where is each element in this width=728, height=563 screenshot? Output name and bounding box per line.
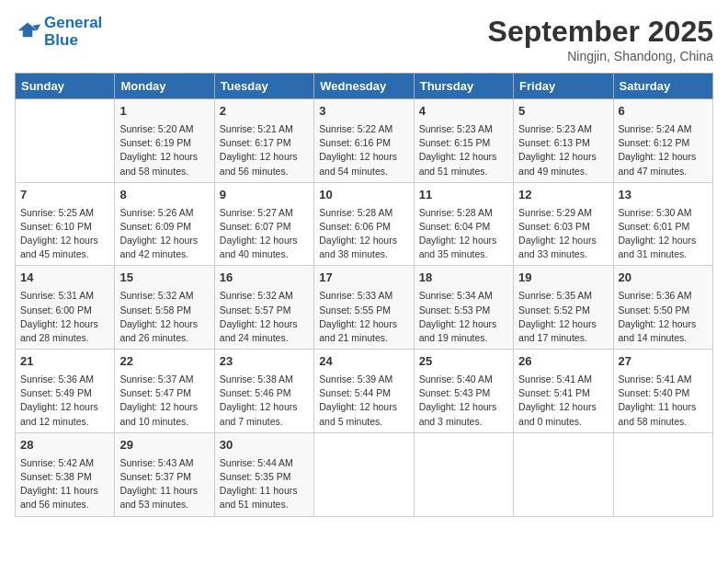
calendar-cell: 12Sunrise: 5:29 AMSunset: 6:03 PMDayligh… — [514, 182, 613, 266]
day-number: 7 — [20, 187, 109, 204]
calendar-cell: 26Sunrise: 5:41 AMSunset: 5:41 PMDayligh… — [514, 350, 613, 433]
day-number: 28 — [20, 437, 109, 454]
calendar-cell: 19Sunrise: 5:35 AMSunset: 5:52 PMDayligh… — [514, 266, 613, 350]
location: Ningjin, Shandong, China — [488, 49, 713, 63]
day-info: Sunrise: 5:36 AMSunset: 5:50 PMDaylight:… — [619, 289, 708, 345]
calendar-cell: 25Sunrise: 5:40 AMSunset: 5:43 PMDayligh… — [414, 350, 513, 433]
day-number: 3 — [319, 103, 408, 121]
page-header: General Blue September 2025 Ningjin, Sha… — [15, 15, 713, 63]
day-info: Sunrise: 5:31 AMSunset: 6:00 PMDaylight:… — [20, 289, 109, 345]
day-info: Sunrise: 5:38 AMSunset: 5:46 PMDaylight:… — [220, 373, 309, 429]
day-info: Sunrise: 5:34 AMSunset: 5:53 PMDaylight:… — [419, 289, 508, 345]
day-number: 6 — [619, 103, 708, 121]
day-number: 22 — [119, 353, 209, 371]
logo-text-line1: General — [44, 15, 102, 32]
weekday-header-monday: Monday — [115, 74, 214, 99]
calendar-cell: 4Sunrise: 5:23 AMSunset: 6:15 PMDaylight… — [414, 99, 513, 183]
weekday-header-saturday: Saturday — [613, 74, 712, 99]
calendar-cell: 16Sunrise: 5:32 AMSunset: 5:57 PMDayligh… — [214, 266, 313, 350]
calendar-cell: 13Sunrise: 5:30 AMSunset: 6:01 PMDayligh… — [613, 182, 712, 266]
day-info: Sunrise: 5:43 AMSunset: 5:37 PMDaylight:… — [119, 456, 209, 512]
day-number: 26 — [518, 353, 608, 371]
title-block: September 2025 Ningjin, Shandong, China — [488, 15, 713, 63]
day-number: 12 — [518, 187, 608, 204]
day-number: 20 — [619, 270, 708, 287]
day-number: 16 — [220, 270, 309, 287]
day-number: 24 — [319, 353, 408, 371]
day-number: 4 — [419, 103, 508, 121]
day-info: Sunrise: 5:35 AMSunset: 5:52 PMDaylight:… — [518, 289, 608, 345]
calendar-week-row: 1Sunrise: 5:20 AMSunset: 6:19 PMDaylight… — [16, 99, 713, 183]
day-number: 1 — [119, 103, 209, 121]
day-info: Sunrise: 5:23 AMSunset: 6:13 PMDaylight:… — [518, 122, 608, 178]
day-info: Sunrise: 5:39 AMSunset: 5:44 PMDaylight:… — [319, 373, 408, 429]
day-info: Sunrise: 5:22 AMSunset: 6:16 PMDaylight:… — [319, 122, 408, 178]
calendar-cell: 2Sunrise: 5:21 AMSunset: 6:17 PMDaylight… — [214, 99, 313, 183]
calendar-cell: 14Sunrise: 5:31 AMSunset: 6:00 PMDayligh… — [16, 266, 115, 350]
day-info: Sunrise: 5:21 AMSunset: 6:17 PMDaylight:… — [220, 122, 309, 178]
day-number: 15 — [119, 270, 209, 287]
calendar-cell: 23Sunrise: 5:38 AMSunset: 5:46 PMDayligh… — [214, 350, 313, 433]
calendar-week-row: 14Sunrise: 5:31 AMSunset: 6:00 PMDayligh… — [16, 266, 713, 350]
day-info: Sunrise: 5:26 AMSunset: 6:09 PMDaylight:… — [119, 206, 209, 262]
calendar-week-row: 7Sunrise: 5:25 AMSunset: 6:10 PMDaylight… — [16, 182, 713, 266]
day-number: 17 — [319, 270, 408, 287]
weekday-header-wednesday: Wednesday — [314, 74, 414, 99]
calendar-cell: 20Sunrise: 5:36 AMSunset: 5:50 PMDayligh… — [613, 266, 712, 350]
day-number: 2 — [220, 103, 309, 121]
calendar-cell: 22Sunrise: 5:37 AMSunset: 5:47 PMDayligh… — [115, 350, 214, 433]
day-number: 25 — [419, 353, 508, 371]
day-info: Sunrise: 5:33 AMSunset: 5:55 PMDaylight:… — [319, 289, 408, 345]
calendar-cell: 1Sunrise: 5:20 AMSunset: 6:19 PMDaylight… — [115, 99, 214, 183]
day-number: 11 — [419, 187, 508, 204]
calendar-table: SundayMondayTuesdayWednesdayThursdayFrid… — [15, 73, 713, 517]
calendar-cell: 29Sunrise: 5:43 AMSunset: 5:37 PMDayligh… — [115, 432, 214, 516]
day-info: Sunrise: 5:42 AMSunset: 5:38 PMDaylight:… — [20, 456, 109, 512]
calendar-cell: 24Sunrise: 5:39 AMSunset: 5:44 PMDayligh… — [314, 350, 414, 433]
day-info: Sunrise: 5:28 AMSunset: 6:06 PMDaylight:… — [319, 206, 408, 262]
month-title: September 2025 — [488, 15, 713, 49]
day-info: Sunrise: 5:28 AMSunset: 6:04 PMDaylight:… — [419, 206, 508, 262]
logo: General Blue — [15, 15, 102, 49]
day-info: Sunrise: 5:32 AMSunset: 5:57 PMDaylight:… — [220, 289, 309, 345]
calendar-cell: 8Sunrise: 5:26 AMSunset: 6:09 PMDaylight… — [115, 182, 214, 266]
day-info: Sunrise: 5:36 AMSunset: 5:49 PMDaylight:… — [20, 373, 109, 429]
day-info: Sunrise: 5:27 AMSunset: 6:07 PMDaylight:… — [220, 206, 309, 262]
day-info: Sunrise: 5:41 AMSunset: 5:41 PMDaylight:… — [518, 373, 608, 429]
weekday-header-row: SundayMondayTuesdayWednesdayThursdayFrid… — [16, 74, 713, 99]
day-number: 29 — [119, 437, 209, 454]
calendar-week-row: 28Sunrise: 5:42 AMSunset: 5:38 PMDayligh… — [16, 432, 713, 516]
day-number: 23 — [220, 353, 309, 371]
day-info: Sunrise: 5:37 AMSunset: 5:47 PMDaylight:… — [119, 373, 209, 429]
day-info: Sunrise: 5:20 AMSunset: 6:19 PMDaylight:… — [119, 122, 209, 178]
calendar-cell: 28Sunrise: 5:42 AMSunset: 5:38 PMDayligh… — [16, 432, 115, 516]
calendar-cell: 18Sunrise: 5:34 AMSunset: 5:53 PMDayligh… — [414, 266, 513, 350]
calendar-cell — [16, 99, 115, 183]
calendar-cell: 17Sunrise: 5:33 AMSunset: 5:55 PMDayligh… — [314, 266, 414, 350]
day-number: 14 — [20, 270, 109, 287]
calendar-cell — [613, 432, 712, 516]
day-info: Sunrise: 5:40 AMSunset: 5:43 PMDaylight:… — [419, 373, 508, 429]
calendar-cell: 30Sunrise: 5:44 AMSunset: 5:35 PMDayligh… — [214, 432, 313, 516]
logo-text-line2: Blue — [44, 32, 102, 50]
calendar-cell — [414, 432, 513, 516]
day-info: Sunrise: 5:25 AMSunset: 6:10 PMDaylight:… — [20, 206, 109, 262]
calendar-cell: 9Sunrise: 5:27 AMSunset: 6:07 PMDaylight… — [214, 182, 313, 266]
calendar-cell: 7Sunrise: 5:25 AMSunset: 6:10 PMDaylight… — [16, 182, 115, 266]
weekday-header-thursday: Thursday — [414, 74, 513, 99]
day-info: Sunrise: 5:41 AMSunset: 5:40 PMDaylight:… — [619, 373, 708, 429]
calendar-cell: 5Sunrise: 5:23 AMSunset: 6:13 PMDaylight… — [514, 99, 613, 183]
day-number: 21 — [20, 353, 109, 371]
day-info: Sunrise: 5:29 AMSunset: 6:03 PMDaylight:… — [518, 206, 608, 262]
calendar-week-row: 21Sunrise: 5:36 AMSunset: 5:49 PMDayligh… — [16, 350, 713, 433]
day-number: 27 — [619, 353, 708, 371]
day-number: 9 — [220, 187, 309, 204]
day-number: 5 — [518, 103, 608, 121]
calendar-cell: 27Sunrise: 5:41 AMSunset: 5:40 PMDayligh… — [613, 350, 712, 433]
weekday-header-friday: Friday — [514, 74, 613, 99]
weekday-header-tuesday: Tuesday — [214, 74, 313, 99]
calendar-cell: 3Sunrise: 5:22 AMSunset: 6:16 PMDaylight… — [314, 99, 414, 183]
day-number: 18 — [419, 270, 508, 287]
calendar-cell: 10Sunrise: 5:28 AMSunset: 6:06 PMDayligh… — [314, 182, 414, 266]
day-number: 8 — [119, 187, 209, 204]
